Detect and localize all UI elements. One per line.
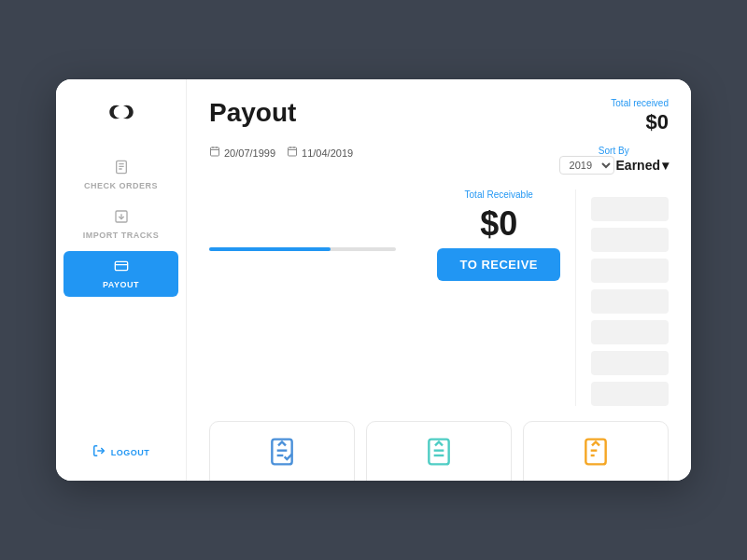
list-item (591, 289, 669, 314)
stats-row: 0 Total Orders 0 Total Shipped (209, 421, 669, 481)
mid-content: Total Receivable $0 TO RECEIVE (209, 189, 560, 406)
progress-bar-fill (209, 247, 331, 251)
list-item (591, 197, 669, 221)
svg-rect-9 (211, 147, 219, 156)
svg-rect-6 (115, 261, 127, 270)
stat-card-pending: 0 Total Pending (523, 421, 669, 481)
sidebar-nav: CHECK ORDERS IMPORT TRACKS PAYOUT (56, 152, 186, 439)
earned-chevron-icon: ▾ (662, 158, 669, 173)
sort-year-select[interactable]: 2019 2018 2017 (559, 156, 614, 175)
page-header: Payout Total received $0 (209, 98, 669, 134)
receivable-section: Total Receivable $0 TO RECEIVE (437, 189, 560, 281)
sidebar-item-payout[interactable]: PAYOUT (63, 251, 178, 297)
to-receive-button[interactable]: TO RECEIVE (437, 248, 560, 281)
date-from-field[interactable]: 20/07/1999 (209, 146, 275, 160)
logout-icon (92, 444, 106, 460)
sidebar-item-check-orders[interactable]: CHECK ORDERS (56, 152, 186, 198)
svg-rect-13 (289, 147, 297, 156)
date-to-value: 11/04/2019 (302, 147, 353, 159)
right-panel (575, 189, 669, 406)
progress-bar-container (209, 247, 396, 251)
stat-card-orders: 0 Total Orders (209, 421, 355, 481)
date-from-value: 20/07/1999 (224, 147, 275, 159)
import-tracks-icon (114, 209, 129, 228)
payout-icon (114, 259, 129, 277)
sidebar: CHECK ORDERS IMPORT TRACKS PAYOUT (56, 79, 187, 481)
sidebar-item-check-orders-label: CHECK ORDERS (84, 181, 158, 190)
calendar-to-icon (287, 146, 298, 160)
stat-card-shipped: 0 Total Shipped (366, 421, 512, 481)
total-received-value: $0 (646, 110, 669, 134)
sort-controls: Sort By 2019 2018 2017 Earned ▾ (559, 146, 669, 175)
orders-value: 0 (275, 479, 289, 481)
orders-icon (267, 437, 297, 473)
calendar-from-icon (209, 146, 220, 160)
logout-label: LOGOUT (111, 448, 150, 457)
check-orders-icon (114, 160, 129, 178)
list-item (591, 351, 669, 375)
pending-value: 0 (588, 479, 603, 481)
list-item (591, 382, 669, 406)
sidebar-bottom: LOGOUT (81, 439, 162, 466)
sort-by-label: Sort By (599, 146, 629, 156)
total-receivable-label: Total Receivable (465, 189, 533, 200)
sort-earned-label: Earned (616, 158, 660, 173)
page-title: Payout (209, 98, 296, 128)
sidebar-item-import-tracks[interactable]: IMPORT TRACKS (56, 202, 186, 247)
sort-earned-select[interactable]: Earned ▾ (616, 158, 669, 173)
pending-icon (581, 437, 611, 473)
main-content: Payout Total received $0 20/07/1999 (187, 79, 691, 481)
list-item (591, 320, 669, 344)
receivable-amount: $0 (480, 207, 517, 241)
shipped-icon (424, 437, 454, 473)
app-logo (103, 98, 140, 126)
sidebar-item-payout-label: PAYOUT (103, 280, 139, 289)
shipped-value: 0 (431, 479, 446, 481)
logout-button[interactable]: LOGOUT (81, 439, 162, 466)
list-item (591, 228, 669, 252)
date-range: 20/07/1999 11/04/2019 (209, 146, 353, 160)
total-received-label: Total received (611, 98, 669, 108)
date-to-field[interactable]: 11/04/2019 (287, 146, 353, 160)
list-item (591, 259, 669, 283)
sidebar-item-import-tracks-label: IMPORT TRACKS (83, 231, 160, 240)
